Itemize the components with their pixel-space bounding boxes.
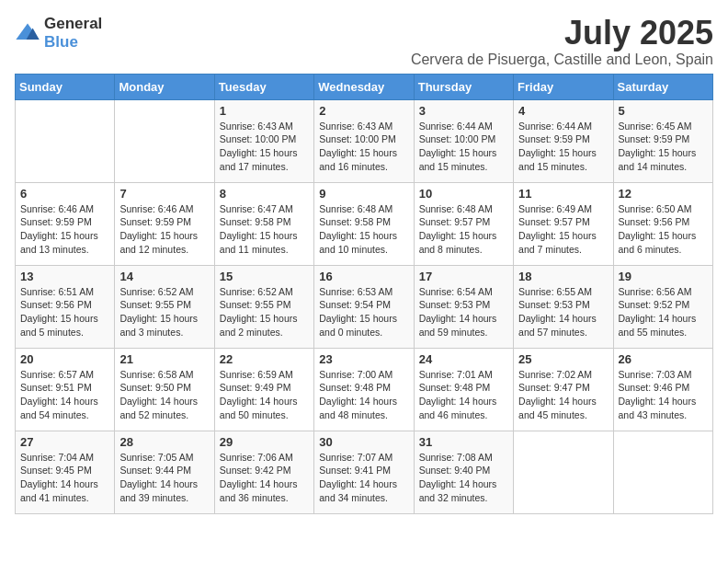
day-number: 21 xyxy=(119,352,209,366)
day-detail: Sunrise: 7:01 AM Sunset: 9:48 PM Dayligh… xyxy=(419,368,508,422)
calendar-cell: 29Sunrise: 7:06 AM Sunset: 9:42 PM Dayli… xyxy=(214,431,313,513)
day-number: 19 xyxy=(619,270,708,283)
day-detail: Sunrise: 6:49 AM Sunset: 9:57 PM Dayligh… xyxy=(518,202,608,257)
calendar-cell: 11Sunrise: 6:49 AM Sunset: 9:57 PM Dayli… xyxy=(514,182,613,265)
calendar-cell: 30Sunrise: 7:07 AM Sunset: 9:41 PM Dayli… xyxy=(314,431,414,513)
calendar-cell: 5Sunrise: 6:45 AM Sunset: 9:59 PM Daylig… xyxy=(613,99,712,182)
day-detail: Sunrise: 7:03 AM Sunset: 9:46 PM Dayligh… xyxy=(619,368,708,422)
day-detail: Sunrise: 6:48 AM Sunset: 9:57 PM Dayligh… xyxy=(419,202,508,257)
calendar-cell xyxy=(115,99,214,182)
day-detail: Sunrise: 6:43 AM Sunset: 10:00 PM Daylig… xyxy=(319,120,408,174)
day-detail: Sunrise: 6:58 AM Sunset: 9:50 PM Dayligh… xyxy=(119,368,209,422)
calendar-subtitle: Cervera de Pisuerga, Castille and Leon, … xyxy=(411,52,713,68)
calendar-cell: 28Sunrise: 7:05 AM Sunset: 9:44 PM Dayli… xyxy=(115,431,214,513)
calendar-title: July 2025 xyxy=(411,15,713,52)
calendar-week-row: 6Sunrise: 6:46 AM Sunset: 9:59 PM Daylig… xyxy=(16,182,713,265)
calendar-cell xyxy=(613,431,712,513)
day-detail: Sunrise: 6:56 AM Sunset: 9:52 PM Dayligh… xyxy=(619,285,708,339)
calendar-week-row: 27Sunrise: 7:04 AM Sunset: 9:45 PM Dayli… xyxy=(16,431,713,513)
day-number: 13 xyxy=(20,270,109,283)
day-number: 27 xyxy=(20,435,109,449)
day-detail: Sunrise: 6:45 AM Sunset: 9:59 PM Dayligh… xyxy=(619,120,708,174)
calendar-cell: 21Sunrise: 6:58 AM Sunset: 9:50 PM Dayli… xyxy=(115,348,214,431)
weekday-header: Sunday xyxy=(16,74,115,99)
day-detail: Sunrise: 7:02 AM Sunset: 9:47 PM Dayligh… xyxy=(518,368,608,422)
day-detail: Sunrise: 6:53 AM Sunset: 9:54 PM Dayligh… xyxy=(319,285,408,339)
calendar-cell: 7Sunrise: 6:46 AM Sunset: 9:59 PM Daylig… xyxy=(115,182,214,265)
day-detail: Sunrise: 6:44 AM Sunset: 10:00 PM Daylig… xyxy=(419,120,508,174)
day-detail: Sunrise: 6:57 AM Sunset: 9:51 PM Dayligh… xyxy=(20,368,109,422)
day-detail: Sunrise: 7:07 AM Sunset: 9:41 PM Dayligh… xyxy=(319,451,408,505)
calendar-cell: 17Sunrise: 6:54 AM Sunset: 9:53 PM Dayli… xyxy=(414,265,513,348)
day-number: 18 xyxy=(518,270,608,283)
calendar-cell: 19Sunrise: 6:56 AM Sunset: 9:52 PM Dayli… xyxy=(613,265,712,348)
calendar-table: SundayMondayTuesdayWednesdayThursdayFrid… xyxy=(15,74,713,514)
calendar-cell: 12Sunrise: 6:50 AM Sunset: 9:56 PM Dayli… xyxy=(613,182,712,265)
logo: General Blue xyxy=(15,15,102,52)
calendar-cell: 3Sunrise: 6:44 AM Sunset: 10:00 PM Dayli… xyxy=(414,99,513,182)
day-number: 22 xyxy=(220,352,309,366)
calendar-cell: 14Sunrise: 6:52 AM Sunset: 9:55 PM Dayli… xyxy=(115,265,214,348)
calendar-cell xyxy=(514,431,613,513)
calendar-cell: 31Sunrise: 7:08 AM Sunset: 9:40 PM Dayli… xyxy=(414,431,513,513)
calendar-week-row: 13Sunrise: 6:51 AM Sunset: 9:56 PM Dayli… xyxy=(16,265,713,348)
weekday-header: Friday xyxy=(514,74,613,99)
calendar-cell: 20Sunrise: 6:57 AM Sunset: 9:51 PM Dayli… xyxy=(16,348,115,431)
calendar-cell: 27Sunrise: 7:04 AM Sunset: 9:45 PM Dayli… xyxy=(16,431,115,513)
calendar-cell: 25Sunrise: 7:02 AM Sunset: 9:47 PM Dayli… xyxy=(514,348,613,431)
day-detail: Sunrise: 6:51 AM Sunset: 9:56 PM Dayligh… xyxy=(20,285,109,339)
calendar-cell: 24Sunrise: 7:01 AM Sunset: 9:48 PM Dayli… xyxy=(414,348,513,431)
calendar-cell: 13Sunrise: 6:51 AM Sunset: 9:56 PM Dayli… xyxy=(16,265,115,348)
calendar-week-row: 1Sunrise: 6:43 AM Sunset: 10:00 PM Dayli… xyxy=(16,99,713,182)
day-detail: Sunrise: 6:52 AM Sunset: 9:55 PM Dayligh… xyxy=(220,285,309,339)
calendar-cell: 16Sunrise: 6:53 AM Sunset: 9:54 PM Dayli… xyxy=(314,265,414,348)
logo-icon xyxy=(15,20,40,46)
weekday-header: Saturday xyxy=(613,74,712,99)
day-detail: Sunrise: 6:55 AM Sunset: 9:53 PM Dayligh… xyxy=(518,285,608,339)
calendar-cell: 10Sunrise: 6:48 AM Sunset: 9:57 PM Dayli… xyxy=(414,182,513,265)
day-detail: Sunrise: 7:05 AM Sunset: 9:44 PM Dayligh… xyxy=(119,451,209,505)
calendar-cell: 9Sunrise: 6:48 AM Sunset: 9:58 PM Daylig… xyxy=(314,182,414,265)
day-detail: Sunrise: 6:54 AM Sunset: 9:53 PM Dayligh… xyxy=(419,285,508,339)
day-number: 4 xyxy=(518,104,608,118)
calendar-cell: 8Sunrise: 6:47 AM Sunset: 9:58 PM Daylig… xyxy=(214,182,313,265)
weekday-header: Tuesday xyxy=(214,74,313,99)
day-number: 25 xyxy=(518,352,608,366)
weekday-header: Wednesday xyxy=(314,74,414,99)
day-number: 30 xyxy=(319,435,408,449)
day-number: 31 xyxy=(419,435,508,449)
day-number: 28 xyxy=(119,435,209,449)
title-block: July 2025 Cervera de Pisuerga, Castille … xyxy=(411,15,713,68)
calendar-cell: 4Sunrise: 6:44 AM Sunset: 9:59 PM Daylig… xyxy=(514,99,613,182)
logo-blue: Blue xyxy=(44,33,102,52)
day-detail: Sunrise: 7:08 AM Sunset: 9:40 PM Dayligh… xyxy=(419,451,508,505)
day-detail: Sunrise: 6:46 AM Sunset: 9:59 PM Dayligh… xyxy=(119,202,209,257)
day-detail: Sunrise: 6:50 AM Sunset: 9:56 PM Dayligh… xyxy=(619,202,708,257)
day-number: 11 xyxy=(518,187,608,201)
day-detail: Sunrise: 6:47 AM Sunset: 9:58 PM Dayligh… xyxy=(220,202,309,257)
calendar-cell: 6Sunrise: 6:46 AM Sunset: 9:59 PM Daylig… xyxy=(16,182,115,265)
calendar-header-row: SundayMondayTuesdayWednesdayThursdayFrid… xyxy=(16,74,713,99)
calendar-cell xyxy=(16,99,115,182)
day-number: 26 xyxy=(619,352,708,366)
day-detail: Sunrise: 6:46 AM Sunset: 9:59 PM Dayligh… xyxy=(20,202,109,257)
day-number: 6 xyxy=(20,187,109,201)
day-number: 3 xyxy=(419,104,508,118)
calendar-cell: 22Sunrise: 6:59 AM Sunset: 9:49 PM Dayli… xyxy=(214,348,313,431)
day-detail: Sunrise: 7:06 AM Sunset: 9:42 PM Dayligh… xyxy=(220,451,309,505)
calendar-cell: 2Sunrise: 6:43 AM Sunset: 10:00 PM Dayli… xyxy=(314,99,414,182)
day-detail: Sunrise: 6:59 AM Sunset: 9:49 PM Dayligh… xyxy=(220,368,309,422)
day-number: 5 xyxy=(619,104,708,118)
day-number: 15 xyxy=(220,270,309,283)
day-detail: Sunrise: 6:52 AM Sunset: 9:55 PM Dayligh… xyxy=(119,285,209,339)
day-number: 17 xyxy=(419,270,508,283)
day-number: 9 xyxy=(319,187,408,201)
day-detail: Sunrise: 7:00 AM Sunset: 9:48 PM Dayligh… xyxy=(319,368,408,422)
header: General Blue July 2025 Cervera de Pisuer… xyxy=(15,15,713,68)
day-number: 14 xyxy=(119,270,209,283)
day-number: 12 xyxy=(619,187,708,201)
day-detail: Sunrise: 6:44 AM Sunset: 9:59 PM Dayligh… xyxy=(518,120,608,174)
weekday-header: Thursday xyxy=(414,74,513,99)
day-number: 8 xyxy=(220,187,309,201)
calendar-week-row: 20Sunrise: 6:57 AM Sunset: 9:51 PM Dayli… xyxy=(16,348,713,431)
